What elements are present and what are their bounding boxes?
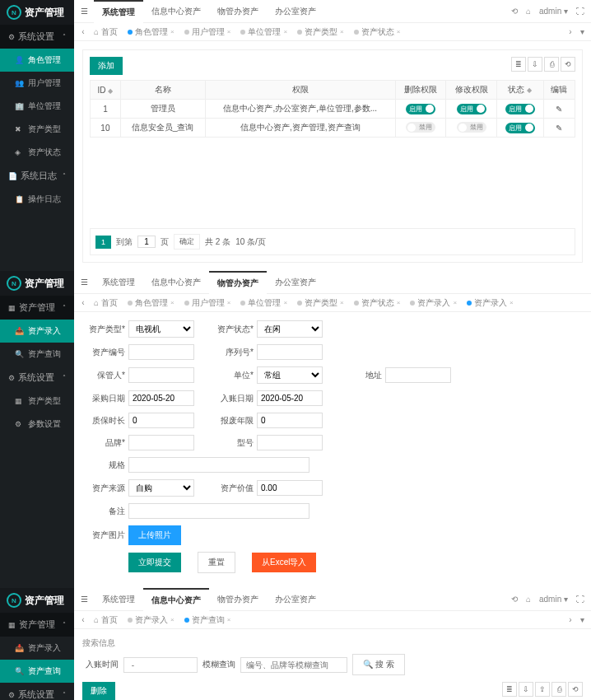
toggle-status[interactable]: 启用 [505, 104, 535, 114]
tab-prev[interactable]: ‹ [77, 615, 89, 624]
toggle-mod[interactable]: 启用 [457, 104, 486, 114]
input-fuzzy[interactable] [240, 657, 347, 673]
page-1[interactable]: 1 [95, 236, 111, 249]
edit-icon[interactable]: ✎ [556, 124, 562, 133]
input-address[interactable] [385, 367, 451, 383]
sidebar-item-oplog[interactable]: 📋操作日志 [0, 188, 74, 211]
menu-toggle[interactable]: ☰ [74, 588, 94, 611]
input-remark[interactable] [128, 503, 309, 519]
export-icon[interactable]: ⇩ [528, 57, 542, 72]
menu-group-system-log[interactable]: 📄系统日志 ˄ [0, 164, 74, 188]
input-spec[interactable] [128, 457, 309, 473]
submit-button[interactable]: 立即提交 [128, 553, 181, 572]
close-icon[interactable]: × [397, 299, 401, 306]
fullscreen-icon[interactable]: ⛶ [576, 595, 584, 604]
input-value[interactable] [257, 480, 323, 496]
close-icon[interactable]: × [170, 616, 175, 623]
tab-more[interactable]: ▾ [576, 27, 588, 36]
topnav-property[interactable]: 物管办资产 [209, 271, 267, 294]
topnav-property[interactable]: 物管办资产 [209, 0, 267, 23]
select-unit[interactable]: 常组 [257, 366, 323, 384]
tab[interactable]: 资产状态× [349, 297, 406, 309]
input-brand[interactable] [128, 435, 194, 450]
toggle-del[interactable]: 启用 [406, 104, 435, 114]
refresh-icon[interactable]: ⟲ [511, 595, 518, 604]
toggle-del[interactable]: 禁用 [406, 122, 435, 133]
sidebar-item-asset-query[interactable]: 🔍资产查询 [0, 660, 74, 683]
refresh-icon[interactable]: ⟲ [511, 7, 518, 16]
admin-menu[interactable]: admin ▾ [539, 595, 568, 604]
delete-button[interactable]: 删除 [82, 682, 115, 700]
tab-home[interactable]: ⌂首页 [89, 26, 123, 38]
topnav-office[interactable]: 办公室资产 [267, 271, 324, 294]
tab[interactable]: 单位管理× [235, 297, 292, 309]
upload-button[interactable]: 上传照片 [128, 525, 181, 545]
close-icon[interactable]: × [453, 299, 457, 306]
import-button[interactable]: 从Excel导入 [252, 553, 316, 572]
tab-next[interactable]: › [565, 615, 576, 624]
menu-group-settings[interactable]: ⚙系统设置 ˄ [0, 683, 74, 700]
select-source[interactable]: 自购 [128, 479, 194, 497]
print-icon[interactable]: ⎙ [551, 682, 566, 697]
tab-more[interactable]: ▾ [576, 615, 588, 624]
sidebar-item-user[interactable]: 👥用户管理 [0, 72, 74, 95]
menu-group-settings[interactable]: ⚙系统设置 ˄ [0, 366, 74, 390]
topnav-info[interactable]: 信息中心资产 [143, 588, 209, 611]
input-keeper[interactable] [128, 367, 194, 383]
filter-icon[interactable]: ≣ [502, 682, 517, 697]
search-button[interactable]: 🔍 搜 索 [352, 654, 405, 675]
topnav-system[interactable]: 系统管理 [94, 271, 143, 294]
close-icon[interactable]: × [227, 28, 231, 35]
col-status[interactable]: 状态 ◆ [496, 81, 543, 100]
topnav-office[interactable]: 办公室资产 [267, 0, 324, 23]
close-icon[interactable]: × [227, 616, 231, 623]
tab[interactable]: 资产类型× [292, 297, 349, 309]
close-icon[interactable]: × [397, 28, 401, 35]
close-icon[interactable]: × [340, 28, 344, 35]
print-icon[interactable]: ⎙ [544, 57, 559, 72]
tab[interactable]: 资产录入× [405, 297, 462, 309]
topnav-system[interactable]: 系统管理 [94, 0, 143, 23]
admin-menu[interactable]: admin ▾ [539, 7, 568, 16]
tab[interactable]: 资产录入× [123, 614, 179, 626]
input-asset-no[interactable] [128, 344, 194, 360]
toggle-mod[interactable]: 禁用 [457, 122, 486, 133]
tab-role[interactable]: 角色管理× [123, 26, 179, 38]
topnav-office[interactable]: 办公室资产 [267, 588, 324, 611]
input-in-date[interactable] [257, 390, 323, 406]
menu-toggle[interactable]: ☰ [74, 271, 94, 294]
sidebar-item-unit[interactable]: 🏢单位管理 [0, 95, 74, 118]
sidebar-item-asset-input[interactable]: 📥资产录入 [0, 637, 74, 660]
tab-asset-input[interactable]: 资产录入× [462, 297, 519, 309]
edit-icon[interactable]: ✎ [556, 105, 562, 114]
sidebar-item-asset-status[interactable]: ◈资产状态 [0, 141, 74, 164]
reset-button[interactable]: 重置 [198, 552, 235, 573]
tab-prev[interactable]: ‹ [77, 298, 89, 307]
close-icon[interactable]: × [170, 299, 175, 306]
menu-group-asset[interactable]: ▦资产管理 ˄ [0, 296, 74, 320]
toggle-status[interactable]: 启用 [505, 123, 535, 133]
close-icon[interactable]: × [283, 299, 287, 306]
export-icon[interactable]: ⇩ [519, 682, 533, 697]
tab-type[interactable]: 资产类型× [292, 26, 349, 38]
sidebar-item-asset-type[interactable]: ▦资产类型 [0, 390, 74, 413]
sidebar-item-params[interactable]: ⚙参数设置 [0, 413, 74, 436]
filter-icon[interactable]: ≣ [511, 57, 526, 72]
home-icon[interactable]: ⌂ [526, 595, 531, 604]
page-input[interactable] [137, 236, 156, 248]
tab-next[interactable]: › [565, 27, 576, 36]
close-icon[interactable]: × [340, 299, 344, 306]
home-icon[interactable]: ⌂ [526, 7, 531, 16]
select-asset-type[interactable]: 电视机 [128, 320, 194, 338]
sidebar-item-role[interactable]: 👤角色管理 [0, 49, 74, 72]
refresh-icon[interactable]: ⟲ [568, 682, 583, 697]
input-in-time[interactable] [123, 657, 198, 673]
sidebar-item-asset-query[interactable]: 🔍资产查询 [0, 343, 74, 366]
topnav-property[interactable]: 物管办资产 [209, 588, 267, 611]
menu-toggle[interactable]: ☰ [74, 0, 94, 23]
tab-unit[interactable]: 单位管理× [235, 26, 292, 38]
fullscreen-icon[interactable]: ⛶ [576, 7, 584, 16]
input-model[interactable] [257, 435, 323, 450]
input-scrap[interactable] [257, 413, 323, 428]
sidebar-item-asset-input[interactable]: 📥资产录入 [0, 320, 74, 343]
